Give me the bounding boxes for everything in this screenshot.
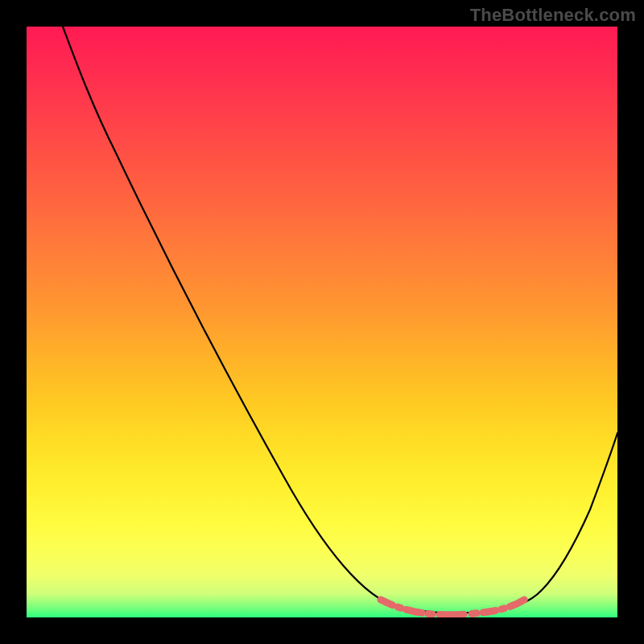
chart-frame: TheBottleneck.com (0, 0, 644, 644)
plot-area (27, 27, 617, 617)
optimal-range-markers (381, 597, 529, 615)
bottleneck-curve (63, 27, 617, 613)
curve-svg (27, 27, 617, 617)
watermark-text: TheBottleneck.com (470, 5, 636, 26)
